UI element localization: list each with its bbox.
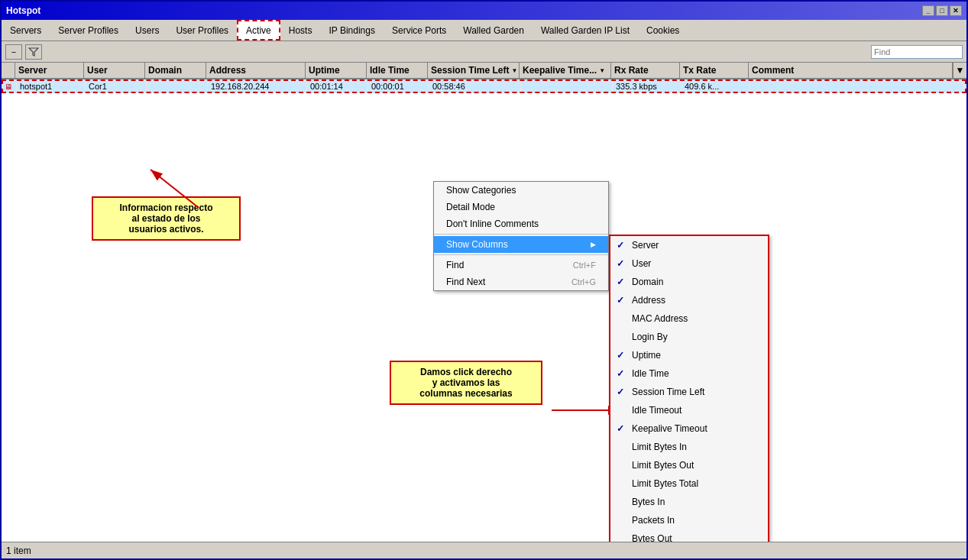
find-input[interactable] [871,45,963,59]
window-controls: _ □ ✕ [922,5,962,16]
submenu-bytes-in[interactable]: Bytes In [610,493,768,511]
submenu-uptime[interactable]: ✓ Uptime [610,346,768,364]
table-row[interactable]: 🖥 hotspot1 Cor1 192.168.20.244 00:01:14 … [2,79,966,93]
submenu-login-by[interactable]: Login By [610,328,768,346]
row-icon-cell: 🖥 [3,81,17,92]
col-header-keepalive: Keepalive Time... ▼ [520,63,611,78]
submenu-bytes-out[interactable]: Bytes Out [610,529,768,542]
tab-service-ports[interactable]: Service Ports [384,20,455,40]
submenu-keepalive-timeout[interactable]: ✓ Keepalive Timeout [610,419,768,438]
row-expand-header [2,63,15,78]
content-area: Server User Domain Address Uptime Idle T… [2,63,966,542]
submenu-address[interactable]: ✓ Address [610,291,768,309]
cell-domain [147,81,208,92]
cell-user: Cor1 [86,81,147,92]
item-count: 1 item [6,545,31,556]
ctx-find[interactable]: Find Ctrl+F [434,257,608,274]
title-bar: Hotspot _ □ ✕ [2,2,966,20]
find-container [871,45,963,59]
tab-servers[interactable]: Servers [2,20,50,40]
check-session-time: ✓ [617,387,627,397]
col-header-domain: Domain [145,63,206,78]
submenu-idle-time[interactable]: ✓ Idle Time [610,364,768,383]
submenu-arrow-icon: ▶ [591,241,596,248]
tab-server-profiles[interactable]: Server Profiles [50,20,127,40]
filter-button[interactable] [25,44,42,60]
context-menu: Show Categories Detail Mode Don't Inline… [433,181,609,291]
window-title: Hotspot [6,5,40,16]
cell-server: hotspot1 [17,81,86,92]
col-header-rx-rate: Rx Rate [611,63,680,78]
ctx-separator-1 [434,234,608,235]
ctx-separator-2 [434,254,608,255]
cell-uptime: 00:01:14 [307,81,368,92]
submenu-server[interactable]: ✓ Server [610,236,768,254]
check-address: ✓ [617,295,627,306]
cell-comment [750,81,965,92]
filter-icon [28,47,39,57]
col-header-idle-time: Idle Time [367,63,428,78]
ctx-show-columns[interactable]: Show Columns ▶ [434,236,608,253]
annotation-box-2: Damos click derechoy activamos lascolumn… [390,361,542,405]
col-header-address: Address [206,63,306,78]
cell-tx-rate: 409.6 k... [681,81,750,92]
col-header-comment: Comment [749,63,953,78]
show-columns-submenu: ✓ Server ✓ User ✓ Domain ✓ Address MAC A… [609,235,769,542]
check-idle-time: ✓ [617,368,627,379]
maximize-button[interactable]: □ [936,5,948,16]
status-bar: 1 item [2,542,966,558]
ctx-find-next[interactable]: Find Next Ctrl+G [434,274,608,290]
submenu-limit-bytes-total[interactable]: Limit Bytes Total [610,474,768,493]
submenu-limit-bytes-out[interactable]: Limit Bytes Out [610,456,768,474]
ctx-no-inline-comments[interactable]: Don't Inline Comments [434,215,608,232]
submenu-user[interactable]: ✓ User [610,254,768,273]
check-server: ✓ [617,240,627,251]
col-header-user: User [84,63,145,78]
tab-user-profiles[interactable]: User Profiles [167,20,237,40]
cell-address: 192.168.20.244 [208,81,307,92]
check-keepalive: ✓ [617,423,627,434]
submenu-packets-in[interactable]: Packets In [610,511,768,529]
minus-button[interactable]: − [5,44,22,60]
cell-idle-time: 00:00:01 [368,81,429,92]
col-expand-btn[interactable]: ▼ [953,63,966,78]
keepalive-sort-icon: ▼ [599,67,605,74]
submenu-mac-address[interactable]: MAC Address [610,309,768,328]
session-sort-icon: ▼ [511,67,517,74]
tab-users[interactable]: Users [127,20,167,40]
table-header: Server User Domain Address Uptime Idle T… [2,63,966,79]
col-header-uptime: Uptime [306,63,367,78]
tab-walled-garden[interactable]: Walled Garden [455,20,533,40]
tab-active[interactable]: Active [237,20,280,40]
col-header-session-time: Session Time Left ▼ [428,63,520,78]
tab-hosts[interactable]: Hosts [280,20,321,40]
check-user: ✓ [617,258,627,269]
cell-keepalive [521,81,613,92]
minimize-button[interactable]: _ [922,5,934,16]
cell-rx-rate: 335.3 kbps [613,81,681,92]
submenu-limit-bytes-in[interactable]: Limit Bytes In [610,438,768,456]
col-header-server: Server [15,63,84,78]
check-uptime: ✓ [617,350,627,361]
tab-bar: Servers Server Profiles Users User Profi… [2,20,966,41]
ctx-show-categories[interactable]: Show Categories [434,182,608,199]
cell-session-time: 00:58:46 [429,81,521,92]
submenu-idle-timeout[interactable]: Idle Timeout [610,401,768,419]
submenu-domain[interactable]: ✓ Domain [610,273,768,291]
close-button[interactable]: ✕ [950,5,962,16]
tab-walled-garden-ip[interactable]: Walled Garden IP List [533,20,638,40]
toolbar: − [2,41,966,63]
check-domain: ✓ [617,277,627,287]
tab-ip-bindings[interactable]: IP Bindings [320,20,384,40]
arrows-overlay [2,63,966,542]
ctx-detail-mode[interactable]: Detail Mode [434,199,608,215]
row-status-icon: 🖥 [5,83,12,91]
tab-cookies[interactable]: Cookies [638,20,688,40]
col-header-tx-rate: Tx Rate [680,63,749,78]
main-window: Hotspot _ □ ✕ Servers Server Profiles Us… [0,0,968,560]
submenu-session-time-left[interactable]: ✓ Session Time Left [610,383,768,401]
annotation-box-1: Informacion respectoal estado de losusua… [92,196,241,241]
